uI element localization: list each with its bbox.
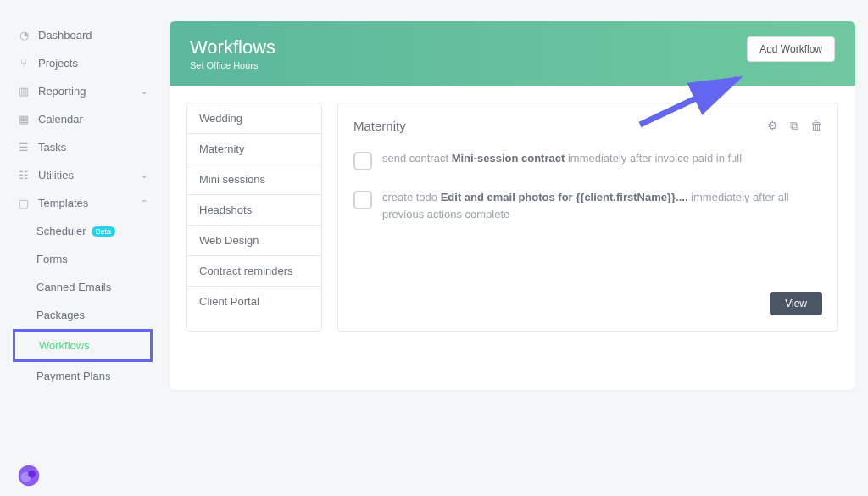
chevron-down-icon: ⌄ — [141, 86, 147, 96]
chevron-down-icon: ⌄ — [141, 170, 147, 180]
sub-item-payment-plans[interactable]: Payment Plans — [13, 362, 153, 390]
nav-projects[interactable]: ⑂ Projects — [13, 49, 153, 77]
gear-icon[interactable]: ⚙ — [767, 119, 778, 133]
branch-icon: ⑂ — [18, 58, 30, 70]
sub-item-label: Canned Emails — [36, 281, 111, 293]
add-workflow-button[interactable]: Add Workflow — [747, 36, 835, 62]
detail-header: Maternity ⚙ ⧉ 🗑 — [353, 119, 822, 133]
workflow-item[interactable]: Contract reminders — [187, 256, 321, 287]
page-subtitle[interactable]: Set Office Hours — [190, 60, 275, 70]
nav-label: Tasks — [38, 141, 66, 153]
nav-label: Reporting — [38, 85, 86, 98]
page-title: Workflows — [190, 36, 275, 59]
nav-reporting[interactable]: ▥ Reporting ⌄ — [13, 77, 153, 105]
workflow-item[interactable]: Headshots — [187, 195, 321, 226]
stack-icon: ☷ — [18, 170, 30, 181]
trash-icon[interactable]: 🗑 — [810, 119, 822, 133]
workflow-list: WeddingMaternityMini sessionsHeadshotsWe… — [186, 103, 322, 332]
sub-item-label: Forms — [36, 253, 68, 265]
nav-templates[interactable]: ▢ Templates ⌃ — [13, 189, 153, 217]
header-text: Workflows Set Office Hours — [190, 36, 275, 70]
step-checkbox[interactable] — [353, 191, 372, 209]
workflow-item[interactable]: Mini sessions — [187, 164, 321, 195]
sub-item-label: Workflows — [39, 339, 90, 352]
sub-item-label: Scheduler — [36, 225, 86, 237]
workflow-step: send contract Mini-session contract imme… — [353, 150, 822, 170]
sub-item-workflows[interactable]: Workflows — [13, 329, 153, 362]
nav-tasks[interactable]: ☰ Tasks — [13, 133, 153, 161]
chart-icon: ▥ — [18, 86, 30, 98]
nav-label: Calendar — [38, 113, 83, 125]
content: WeddingMaternityMini sessionsHeadshotsWe… — [170, 86, 855, 348]
workflow-item[interactable]: Wedding — [187, 103, 321, 134]
workflow-detail: Maternity ⚙ ⧉ 🗑 send contract Mini-sessi… — [337, 103, 838, 332]
detail-title: Maternity — [353, 119, 406, 133]
sub-item-forms[interactable]: Forms — [13, 245, 153, 273]
app-logo-icon — [17, 464, 41, 488]
copy-icon[interactable]: ⧉ — [790, 119, 798, 133]
workflow-step: create todo Edit and email photos for {{… — [353, 189, 822, 222]
workflow-item[interactable]: Web Design — [187, 226, 321, 256]
list-icon: ☰ — [18, 142, 30, 153]
calendar-icon: ▦ — [18, 114, 30, 125]
gauge-icon: ◔ — [18, 30, 30, 42]
sidebar: ◔ Dashboard ⑂ Projects ▥ Reporting ⌄ ▦ C… — [13, 21, 153, 390]
detail-actions: ⚙ ⧉ 🗑 — [767, 119, 822, 133]
sub-item-canned-emails[interactable]: Canned Emails — [13, 273, 153, 301]
sub-item-label: Packages — [36, 309, 85, 321]
nav-dashboard[interactable]: ◔ Dashboard — [13, 21, 153, 49]
beta-badge: Beta — [92, 226, 116, 237]
step-text: send contract Mini-session contract imme… — [382, 150, 742, 170]
sub-item-label: Payment Plans — [36, 370, 110, 382]
nav-utilities[interactable]: ☷ Utilities ⌄ — [13, 161, 153, 189]
sub-item-packages[interactable]: Packages — [13, 301, 153, 329]
step-checkbox[interactable] — [353, 152, 372, 170]
nav-label: Utilities — [38, 169, 74, 181]
main-panel: Workflows Set Office Hours Add Workflow … — [170, 21, 855, 390]
svg-point-4 — [28, 471, 36, 478]
chevron-up-icon: ⌃ — [141, 198, 147, 208]
nav-label: Dashboard — [38, 29, 92, 42]
nav-calendar[interactable]: ▦ Calendar — [13, 105, 153, 133]
view-button[interactable]: View — [770, 292, 822, 315]
workflow-item[interactable]: Maternity — [187, 134, 321, 164]
step-text: create todo Edit and email photos for {{… — [382, 189, 822, 222]
nav-label: Templates — [38, 197, 88, 209]
header: Workflows Set Office Hours Add Workflow — [170, 21, 855, 86]
doc-icon: ▢ — [18, 198, 30, 209]
nav-label: Projects — [38, 57, 78, 70]
workflow-item[interactable]: Client Portal — [187, 287, 321, 316]
sub-item-scheduler[interactable]: SchedulerBeta — [13, 217, 153, 245]
